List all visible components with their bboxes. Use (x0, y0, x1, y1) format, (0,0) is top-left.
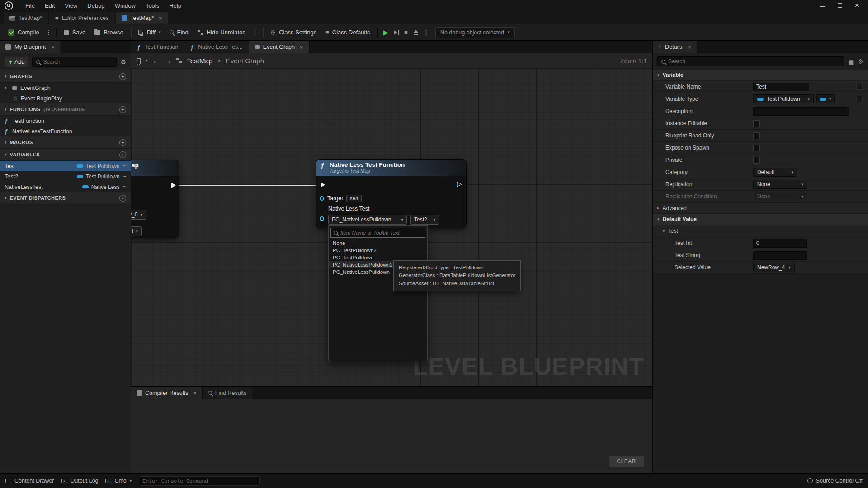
diff-button[interactable]: Diff ▾ (134, 26, 165, 39)
section-functions[interactable]: ▾ FUNCTIONS (19 OVERRIDABLE) + (0, 103, 131, 116)
variable-name-input[interactable] (753, 83, 809, 91)
popup-search-input[interactable] (340, 230, 422, 235)
source-control-button[interactable]: Source Control Off (807, 478, 863, 484)
variable-row-test[interactable]: Test Test Pulldown ~ (0, 161, 131, 171)
tab-editor-preferences[interactable]: ≡ Editor Preferences (49, 12, 114, 24)
details-section-default-value[interactable]: ▾ Default Value (653, 214, 868, 225)
test-int-input[interactable] (753, 239, 807, 248)
close-icon[interactable]: × (159, 15, 162, 21)
hide-unrelated-kebab-icon[interactable]: ⋮ (250, 29, 260, 35)
compile-options-kebab-icon[interactable]: ⋮ (44, 29, 53, 35)
tab-testmap-blueprint[interactable]: TestMap* × (116, 12, 168, 24)
tree-item-testfunction[interactable]: ƒ TestFunction (0, 116, 131, 126)
save-button[interactable]: Save (59, 26, 90, 39)
output-log-button[interactable]: Output Log (61, 478, 99, 484)
content-drawer-button[interactable]: Content Drawer (5, 478, 54, 484)
breadcrumb-current[interactable]: Event Graph (226, 57, 264, 65)
section-event-dispatchers[interactable]: ▾ EVENT DISPATCHERS + (0, 192, 131, 204)
selected-value-dropdown[interactable]: NewRow_4 ▾ (753, 263, 795, 272)
blueprint-search[interactable] (32, 57, 117, 67)
add-variable-icon[interactable]: + (119, 151, 126, 158)
section-graphs[interactable]: ▾ GRAPHS + (0, 70, 131, 83)
tree-item-eventgraph[interactable]: ▾ EventGraph (0, 83, 131, 93)
section-macros[interactable]: ▾ MACROS + (0, 136, 131, 149)
menu-edit[interactable]: Edit (40, 1, 60, 10)
hide-unrelated-button[interactable]: Hide Unrelated (193, 26, 250, 39)
tab-native-less-test[interactable]: ƒ Native Less Tes... (184, 41, 249, 53)
maximize-icon[interactable] (838, 3, 842, 8)
menu-file[interactable]: File (20, 1, 40, 10)
exec-out-pin[interactable] (171, 183, 176, 188)
stop-button[interactable]: ■ (401, 29, 410, 35)
tab-find-results[interactable]: Find Results (203, 387, 252, 399)
add-button[interactable]: + Add (5, 57, 28, 67)
debug-object-dropdown[interactable]: No debug object selected ▾ (435, 27, 515, 38)
forward-arrow-icon[interactable]: → (165, 57, 171, 64)
add-function-icon[interactable]: + (119, 106, 126, 113)
menu-tools[interactable]: Tools (141, 1, 164, 10)
add-graph-icon[interactable]: + (119, 73, 126, 80)
section-variables[interactable]: ▾ VARIABLES + (0, 149, 131, 161)
exec-out-pin[interactable]: ▷ (457, 180, 462, 187)
close-icon[interactable]: × (193, 390, 197, 396)
find-button[interactable]: Find (165, 26, 193, 39)
console-command-input[interactable] (139, 476, 260, 486)
add-event-dispatcher-icon[interactable]: + (119, 195, 126, 202)
clear-button[interactable]: CLEAR (609, 456, 644, 467)
tree-item-nativelesstestfunction[interactable]: ƒ NativeLessTestFunction (0, 126, 131, 136)
class-settings-button[interactable]: ⚙ Class Settings (266, 26, 321, 39)
close-icon[interactable]: × (688, 44, 691, 50)
back-arrow-icon[interactable]: ← (153, 57, 160, 64)
tab-my-blueprint[interactable]: My Blueprint × (0, 41, 60, 53)
private-checkbox[interactable] (753, 157, 760, 164)
tab-test-function[interactable]: ƒ Test Function (131, 41, 184, 53)
add-macro-icon[interactable]: + (119, 139, 126, 146)
close-icon[interactable]: × (51, 44, 55, 50)
menu-debug[interactable]: Debug (82, 1, 109, 10)
menu-view[interactable]: View (60, 1, 82, 10)
variable-row-nativelesstest[interactable]: NativeLessTest Native Less ~ (0, 182, 131, 192)
view-options-icon[interactable]: ▦ (848, 59, 854, 65)
variable-type-dropdown[interactable]: Test Pulldown ▾ (753, 94, 814, 103)
test-string-input[interactable] (753, 251, 807, 260)
details-section-variable[interactable]: ▾ Variable (653, 70, 868, 81)
container-type-dropdown[interactable]: ▾ (816, 94, 835, 103)
row-name-dropdown[interactable]: Test2 ▾ (410, 215, 439, 225)
chevron-down-icon[interactable]: ▾ (146, 59, 148, 63)
browse-button[interactable]: Browse (90, 26, 127, 39)
popup-item[interactable]: PC_TestPulldown2 (329, 247, 427, 254)
tab-details[interactable]: ≡ Details × (653, 41, 697, 53)
menu-help[interactable]: Help (164, 1, 186, 10)
ue-logo-icon[interactable]: U (5, 1, 13, 10)
replication-dropdown[interactable]: None ▾ (753, 180, 807, 189)
target-pin[interactable] (320, 196, 324, 201)
node-native-less-test-function[interactable]: ƒ Native Less Test Function Target is Te… (316, 159, 467, 228)
gear-icon[interactable]: ⚙ (858, 58, 863, 65)
tab-compiler-results[interactable]: Compiler Results × (131, 387, 203, 399)
play-button[interactable]: ▶ (381, 29, 392, 36)
play-options-kebab-icon[interactable]: ⋮ (421, 29, 431, 35)
tree-item-event-beginplay[interactable]: ◇ Event BeginPlay (0, 93, 131, 103)
minimize-icon[interactable] (820, 4, 825, 7)
tab-event-graph[interactable]: Event Graph × (249, 41, 310, 53)
class-defaults-button[interactable]: ≡ Class Defaults (321, 26, 374, 39)
cmd-dropdown[interactable]: Cmd ▾ (105, 478, 132, 484)
chevron-down-icon[interactable]: ▾ (5, 86, 9, 90)
native-less-test-pin[interactable] (320, 216, 324, 221)
expose-on-spawn-checkbox[interactable] (753, 145, 760, 151)
close-icon[interactable]: × (855, 2, 859, 9)
row-test-group[interactable]: ▾ Test (653, 225, 868, 237)
blueprint-search-input[interactable] (43, 59, 113, 65)
details-search[interactable] (657, 56, 844, 66)
pulldown-value-dropdown[interactable]: v_0 ▾ (131, 210, 146, 220)
node-partial[interactable]: ap v_0 ▾ l ▾ (131, 160, 179, 238)
breadcrumb-root[interactable]: TestMap (187, 57, 213, 65)
description-input[interactable] (753, 107, 849, 116)
popup-item-none[interactable]: None (329, 239, 427, 247)
popup-search[interactable] (330, 228, 425, 238)
tab-testmap-level[interactable]: TestMap* (4, 12, 48, 24)
eject-button[interactable] (413, 30, 419, 35)
graph-canvas[interactable]: LEVEL BLUEPRINT ap v_0 ▾ l (131, 69, 652, 386)
category-dropdown[interactable]: Default ▾ (753, 168, 797, 177)
frame-skip-button[interactable] (391, 30, 401, 35)
